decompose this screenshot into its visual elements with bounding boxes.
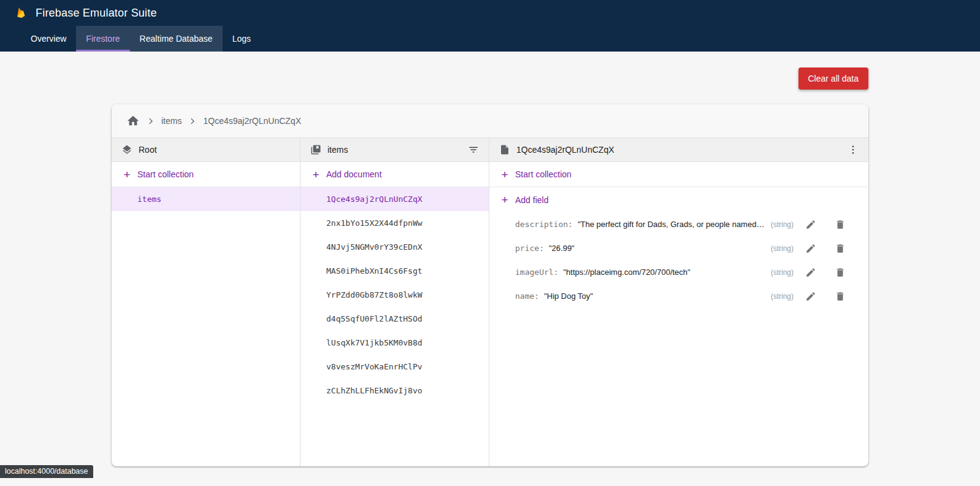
status-bar: localhost:4000/database [0, 465, 93, 478]
collection-icon [310, 144, 321, 155]
document-row[interactable]: MAS0iPhebXnI4Cs6Fsgt [301, 259, 489, 283]
document-row[interactable]: lUsqXk7V1jkb5KM0vB8d [301, 331, 489, 355]
breadcrumb-item[interactable]: 1Qce4s9aj2rQLnUnCZqX [203, 116, 301, 126]
tab-realtime-database[interactable]: Realtime Database [130, 26, 223, 52]
breadcrumb-segments: items1Qce4s9aj2rQLnUnCZqX [146, 116, 301, 126]
field-row: description:"The perfect gift for Dads, … [489, 212, 868, 236]
field-key: name: [515, 291, 539, 301]
field-list: description:"The perfect gift for Dads, … [489, 212, 868, 308]
collection-row[interactable]: items [112, 187, 300, 211]
document-list: 1Qce4s9aj2rQLnUnCZqX2nx1bYo15X2X44dfpnWw… [301, 187, 489, 403]
tab-firestore[interactable]: Firestore [76, 26, 129, 52]
document-row[interactable]: 1Qce4s9aj2rQLnUnCZqX [301, 187, 489, 211]
add-field-label: Add field [515, 195, 548, 205]
toolbar: Clear all data [112, 68, 868, 90]
document-panel-title: 1Qce4s9aj2rQLnUnCZqX [516, 145, 614, 155]
delete-field-icon[interactable] [828, 243, 852, 254]
app-title-row: Firebase Emulator Suite [0, 0, 980, 26]
tab-logs[interactable]: Logs [223, 26, 261, 52]
field-row: name:"Hip Dog Toy"(string) [489, 284, 868, 308]
app-header: Firebase Emulator Suite OverviewFirestor… [0, 0, 980, 52]
clear-all-data-button[interactable]: Clear all data [798, 68, 869, 90]
root-panel-title: Root [139, 145, 157, 155]
field-type: (string) [771, 268, 794, 277]
chevron-right-icon [188, 117, 197, 126]
add-document-button[interactable]: + Add document [301, 162, 489, 187]
firestore-panel: items1Qce4s9aj2rQLnUnCZqX Root + Start c… [112, 104, 868, 466]
document-row[interactable]: v8veszMrVoKaEnrHClPv [301, 355, 489, 379]
document-row[interactable]: d4q5SqfU0Fl2lAZtHSOd [301, 307, 489, 331]
field-value: "Hip Dog Toy" [544, 291, 593, 301]
start-collection-label: Start collection [137, 169, 194, 179]
field-type: (string) [771, 220, 794, 229]
field-row: imageUrl:"https://placeimg.com/720/700/t… [489, 260, 868, 284]
document-row[interactable]: YrPZdd0Gb87Zt8o8lwkW [301, 283, 489, 307]
collection-list: items [112, 187, 300, 211]
filter-icon[interactable] [468, 144, 479, 155]
plus-icon: + [499, 194, 510, 206]
edit-field-icon[interactable] [798, 291, 823, 302]
root-column: Root + Start collection items [112, 138, 301, 466]
field-key: price: [515, 244, 544, 253]
field-value: "The perfect gift for Dads, Grads, or pe… [578, 220, 766, 229]
start-collection-label: Start collection [515, 169, 572, 179]
kebab-menu-icon[interactable] [848, 144, 859, 155]
field-key: description: [515, 220, 573, 229]
firestore-root-icon [121, 144, 132, 155]
breadcrumb-item[interactable]: items [161, 116, 182, 126]
document-column: 1Qce4s9aj2rQLnUnCZqX + Start collection … [489, 138, 868, 466]
plus-icon: + [121, 169, 132, 180]
document-icon [499, 144, 510, 155]
plus-icon: + [310, 169, 321, 180]
add-document-label: Add document [326, 169, 381, 179]
documents-column-header: items [301, 138, 489, 162]
tab-overview[interactable]: Overview [21, 26, 76, 52]
edit-field-icon[interactable] [798, 219, 823, 230]
documents-column: items + Add document 1Qce4s9aj2rQLnUnCZq… [301, 138, 489, 466]
field-value: "26.99" [549, 244, 575, 253]
delete-field-icon[interactable] [828, 219, 852, 230]
start-collection-button-document[interactable]: + Start collection [489, 162, 868, 187]
edit-field-icon[interactable] [798, 267, 823, 278]
delete-field-icon[interactable] [828, 291, 852, 302]
root-column-header: Root [112, 138, 300, 162]
delete-field-icon[interactable] [828, 267, 852, 278]
panel-columns: Root + Start collection items items [112, 138, 868, 466]
field-row: price:"26.99"(string) [489, 236, 868, 260]
field-key: imageUrl: [515, 268, 558, 277]
breadcrumb: items1Qce4s9aj2rQLnUnCZqX [112, 104, 868, 138]
collection-panel-title: items [327, 145, 348, 155]
field-type: (string) [771, 244, 794, 253]
document-row[interactable]: zCLhZhLLFhEkNGvIj8vo [301, 379, 489, 403]
document-row[interactable]: 2nx1bYo15X2X44dfpnWw [301, 211, 489, 235]
document-row[interactable]: 4NJvj5NGMv0rY39cEDnX [301, 235, 489, 259]
chevron-right-icon [146, 117, 155, 126]
field-value: "https://placeimg.com/720/700/tech" [563, 268, 690, 277]
app-title: Firebase Emulator Suite [36, 7, 157, 20]
plus-icon: + [499, 169, 510, 180]
start-collection-button[interactable]: + Start collection [112, 162, 300, 187]
document-column-header: 1Qce4s9aj2rQLnUnCZqX [489, 138, 868, 162]
edit-field-icon[interactable] [798, 243, 823, 254]
firebase-logo-icon [15, 6, 28, 20]
add-field-button[interactable]: + Add field [489, 187, 868, 212]
nav-tabs: OverviewFirestoreRealtime DatabaseLogs [0, 26, 980, 52]
home-icon[interactable] [126, 114, 140, 128]
field-type: (string) [771, 292, 794, 301]
